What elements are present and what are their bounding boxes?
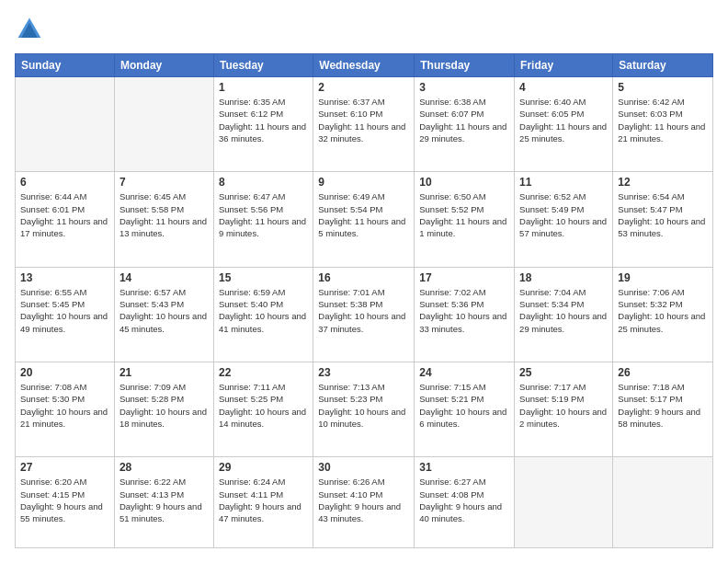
weekday-header-wednesday: Wednesday: [313, 54, 415, 77]
calendar-cell: 20Sunrise: 7:08 AMSunset: 5:30 PMDayligh…: [16, 362, 115, 457]
calendar-cell: 21Sunrise: 7:09 AMSunset: 5:28 PMDayligh…: [114, 362, 213, 457]
logo: [15, 15, 48, 44]
day-number: 20: [20, 366, 109, 379]
day-info: Sunrise: 6:59 AMSunset: 5:40 PMDaylight:…: [219, 286, 308, 335]
calendar-cell: 4Sunrise: 6:40 AMSunset: 6:05 PMDaylight…: [515, 77, 613, 172]
day-info: Sunrise: 7:11 AMSunset: 5:25 PMDaylight:…: [219, 381, 308, 430]
weekday-header-saturday: Saturday: [613, 54, 713, 77]
day-number: 11: [519, 176, 608, 189]
day-number: 12: [618, 176, 708, 189]
day-info: Sunrise: 6:47 AMSunset: 5:56 PMDaylight:…: [219, 190, 308, 239]
day-number: 16: [318, 271, 409, 284]
day-info: Sunrise: 6:35 AMSunset: 6:12 PMDaylight:…: [219, 96, 308, 144]
day-info: Sunrise: 6:55 AMSunset: 5:45 PMDaylight:…: [20, 286, 109, 335]
day-info: Sunrise: 6:27 AMSunset: 4:08 PMDaylight:…: [419, 476, 509, 524]
day-number: 26: [618, 366, 708, 379]
day-number: 13: [20, 271, 109, 284]
calendar-cell: [515, 457, 613, 548]
day-info: Sunrise: 6:40 AMSunset: 6:05 PMDaylight:…: [519, 96, 608, 144]
day-info: Sunrise: 6:52 AMSunset: 5:49 PMDaylight:…: [519, 190, 608, 239]
day-info: Sunrise: 6:20 AMSunset: 4:15 PMDaylight:…: [20, 476, 109, 524]
day-number: 28: [119, 461, 209, 474]
calendar-cell: [16, 77, 115, 172]
day-number: 9: [318, 176, 409, 189]
calendar-cell: 28Sunrise: 6:22 AMSunset: 4:13 PMDayligh…: [114, 457, 213, 548]
week-row-1: 6Sunrise: 6:44 AMSunset: 6:01 PMDaylight…: [16, 172, 713, 267]
day-info: Sunrise: 6:57 AMSunset: 5:43 PMDaylight:…: [119, 286, 209, 335]
calendar-cell: 8Sunrise: 6:47 AMSunset: 5:56 PMDaylight…: [213, 172, 313, 267]
weekday-header-tuesday: Tuesday: [213, 54, 313, 77]
calendar-table: SundayMondayTuesdayWednesdayThursdayFrid…: [15, 53, 713, 548]
calendar-cell: 29Sunrise: 6:24 AMSunset: 4:11 PMDayligh…: [213, 457, 313, 548]
calendar-cell: 19Sunrise: 7:06 AMSunset: 5:32 PMDayligh…: [613, 267, 713, 362]
calendar-cell: 27Sunrise: 6:20 AMSunset: 4:15 PMDayligh…: [16, 457, 115, 548]
day-info: Sunrise: 7:17 AMSunset: 5:19 PMDaylight:…: [519, 381, 608, 430]
week-row-4: 27Sunrise: 6:20 AMSunset: 4:15 PMDayligh…: [16, 457, 713, 548]
day-number: 4: [519, 81, 608, 94]
day-number: 17: [419, 271, 509, 284]
day-number: 3: [419, 81, 509, 94]
week-row-0: 1Sunrise: 6:35 AMSunset: 6:12 PMDaylight…: [16, 77, 713, 172]
calendar-cell: 30Sunrise: 6:26 AMSunset: 4:10 PMDayligh…: [313, 457, 415, 548]
day-info: Sunrise: 6:26 AMSunset: 4:10 PMDaylight:…: [318, 476, 409, 524]
day-info: Sunrise: 7:18 AMSunset: 5:17 PMDaylight:…: [618, 381, 708, 430]
day-number: 6: [20, 176, 109, 189]
calendar-cell: 3Sunrise: 6:38 AMSunset: 6:07 PMDaylight…: [415, 77, 515, 172]
day-number: 29: [219, 461, 308, 474]
header: [15, 15, 713, 44]
day-info: Sunrise: 7:15 AMSunset: 5:21 PMDaylight:…: [419, 381, 509, 430]
calendar-cell: 23Sunrise: 7:13 AMSunset: 5:23 PMDayligh…: [313, 362, 415, 457]
day-number: 7: [119, 176, 209, 189]
calendar-cell: 2Sunrise: 6:37 AMSunset: 6:10 PMDaylight…: [313, 77, 415, 172]
day-number: 24: [419, 366, 509, 379]
week-row-2: 13Sunrise: 6:55 AMSunset: 5:45 PMDayligh…: [16, 267, 713, 362]
day-info: Sunrise: 6:38 AMSunset: 6:07 PMDaylight:…: [419, 96, 509, 144]
weekday-header-friday: Friday: [515, 54, 613, 77]
day-number: 1: [219, 81, 308, 94]
day-info: Sunrise: 6:42 AMSunset: 6:03 PMDaylight:…: [618, 96, 708, 144]
calendar-cell: 31Sunrise: 6:27 AMSunset: 4:08 PMDayligh…: [415, 457, 515, 548]
page: SundayMondayTuesdayWednesdayThursdayFrid…: [0, 0, 728, 563]
day-info: Sunrise: 7:01 AMSunset: 5:38 PMDaylight:…: [318, 286, 409, 335]
calendar-cell: 12Sunrise: 6:54 AMSunset: 5:47 PMDayligh…: [613, 172, 713, 267]
day-number: 27: [20, 461, 109, 474]
day-info: Sunrise: 6:24 AMSunset: 4:11 PMDaylight:…: [219, 476, 308, 524]
day-number: 19: [618, 271, 708, 284]
calendar-cell: [114, 77, 213, 172]
day-number: 8: [219, 176, 308, 189]
day-number: 31: [419, 461, 509, 474]
day-info: Sunrise: 7:08 AMSunset: 5:30 PMDaylight:…: [20, 381, 109, 430]
calendar-cell: 13Sunrise: 6:55 AMSunset: 5:45 PMDayligh…: [16, 267, 115, 362]
day-number: 2: [318, 81, 409, 94]
day-number: 5: [618, 81, 708, 94]
calendar-cell: 9Sunrise: 6:49 AMSunset: 5:54 PMDaylight…: [313, 172, 415, 267]
day-info: Sunrise: 7:13 AMSunset: 5:23 PMDaylight:…: [318, 381, 409, 430]
day-info: Sunrise: 6:54 AMSunset: 5:47 PMDaylight:…: [618, 190, 708, 239]
day-info: Sunrise: 6:49 AMSunset: 5:54 PMDaylight:…: [318, 190, 409, 239]
calendar-cell: 25Sunrise: 7:17 AMSunset: 5:19 PMDayligh…: [515, 362, 613, 457]
day-number: 14: [119, 271, 209, 284]
weekday-header-sunday: Sunday: [16, 54, 115, 77]
day-number: 21: [119, 366, 209, 379]
calendar-cell: 22Sunrise: 7:11 AMSunset: 5:25 PMDayligh…: [213, 362, 313, 457]
weekday-header-monday: Monday: [114, 54, 213, 77]
calendar-cell: 7Sunrise: 6:45 AMSunset: 5:58 PMDaylight…: [114, 172, 213, 267]
day-number: 30: [318, 461, 409, 474]
calendar-cell: 24Sunrise: 7:15 AMSunset: 5:21 PMDayligh…: [415, 362, 515, 457]
day-number: 25: [519, 366, 608, 379]
day-info: Sunrise: 6:50 AMSunset: 5:52 PMDaylight:…: [419, 190, 509, 239]
day-info: Sunrise: 6:45 AMSunset: 5:58 PMDaylight:…: [119, 190, 209, 239]
calendar-cell: [613, 457, 713, 548]
day-number: 15: [219, 271, 308, 284]
logo-icon: [15, 15, 44, 44]
day-info: Sunrise: 6:22 AMSunset: 4:13 PMDaylight:…: [119, 476, 209, 524]
calendar-cell: 16Sunrise: 7:01 AMSunset: 5:38 PMDayligh…: [313, 267, 415, 362]
weekday-header-thursday: Thursday: [415, 54, 515, 77]
day-number: 23: [318, 366, 409, 379]
calendar-cell: 18Sunrise: 7:04 AMSunset: 5:34 PMDayligh…: [515, 267, 613, 362]
calendar-cell: 15Sunrise: 6:59 AMSunset: 5:40 PMDayligh…: [213, 267, 313, 362]
calendar-cell: 26Sunrise: 7:18 AMSunset: 5:17 PMDayligh…: [613, 362, 713, 457]
week-row-3: 20Sunrise: 7:08 AMSunset: 5:30 PMDayligh…: [16, 362, 713, 457]
day-info: Sunrise: 6:44 AMSunset: 6:01 PMDaylight:…: [20, 190, 109, 239]
calendar-cell: 1Sunrise: 6:35 AMSunset: 6:12 PMDaylight…: [213, 77, 313, 172]
